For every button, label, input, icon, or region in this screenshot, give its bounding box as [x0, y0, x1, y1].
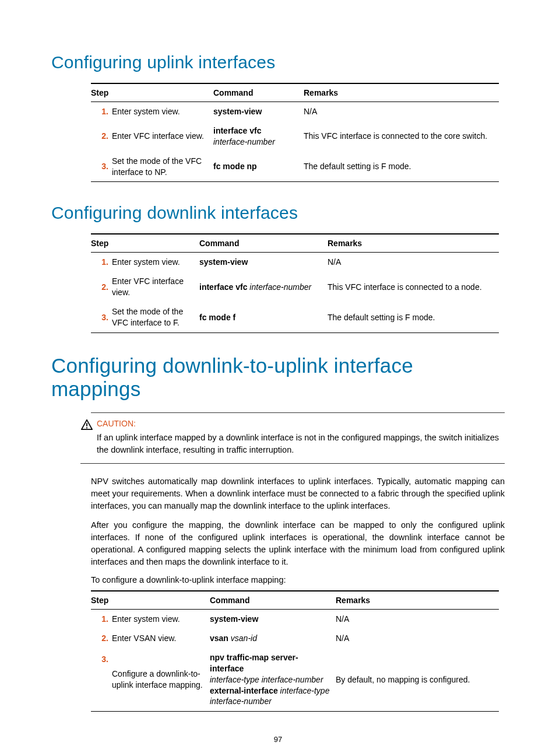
th-step: Step — [91, 234, 199, 253]
step-remark: N/A — [336, 610, 499, 629]
caution-block: CAUTION: If an uplink interface mapped b… — [80, 419, 505, 464]
step-remark: This VFC interface is connected to a nod… — [328, 272, 499, 302]
step-remark: N/A — [304, 102, 499, 121]
step-cmd: interface vfc interface-number — [199, 272, 328, 302]
page-number: 97 — [51, 735, 505, 744]
step-desc: Enter VFC interface view. — [112, 272, 199, 302]
heading-uplink: Configuring uplink interfaces — [51, 52, 505, 72]
step-cmd: interface vfcinterface-number — [213, 121, 304, 152]
step-remark: N/A — [328, 253, 499, 272]
heading-downlink: Configuring downlink interfaces — [51, 203, 505, 223]
step-num: 1. — [91, 253, 112, 272]
svg-point-1 — [86, 427, 87, 428]
step-cmd: npv traffic-map server-interface interfa… — [210, 648, 336, 712]
step-remark: This VFC interface is connected to the c… — [304, 121, 499, 152]
table-downlink: Step Command Remarks 1. Enter system vie… — [91, 233, 499, 332]
step-cmd: system-view — [199, 253, 328, 272]
table-row: 1. Enter system view. system-view N/A — [91, 253, 499, 272]
table-row: 3. Configure a downlink-to-uplink interf… — [91, 648, 499, 712]
step-num: 3. — [91, 302, 112, 332]
step-num: 2. — [91, 121, 112, 152]
lead-sentence: To configure a downlink-to-uplink interf… — [91, 575, 505, 584]
step-cmd: fc mode np — [213, 152, 304, 182]
caution-text: If an uplink interface mapped by a downl… — [97, 432, 505, 456]
table-row: 3. Set the mode of the VFC interface to … — [91, 152, 499, 182]
step-desc: Enter system view. — [112, 610, 210, 629]
step-num: 3. — [91, 648, 112, 712]
caution-triangle-icon — [80, 419, 97, 433]
step-cmd: system-view — [210, 610, 336, 629]
table-row: 2. Enter VFC interface view. interface v… — [91, 272, 499, 302]
step-desc: Enter system view. — [112, 253, 199, 272]
table-row: 2. Enter VSAN view. vsan vsan-id N/A — [91, 629, 499, 648]
th-remarks: Remarks — [304, 83, 499, 102]
step-num: 1. — [91, 610, 112, 629]
step-desc: Configure a downlink-to-uplink interface… — [112, 648, 210, 712]
table-row: 1. Enter system view. system-view N/A — [91, 102, 499, 121]
table-row: 2. Enter VFC interface view. interface v… — [91, 121, 499, 152]
step-desc: Set the mode of the VFC interface to NP. — [112, 152, 213, 182]
caution-title: CAUTION: — [97, 419, 505, 428]
step-remark: N/A — [336, 629, 499, 648]
step-desc: Set the mode of the VFC interface to F. — [112, 302, 199, 332]
step-desc: Enter VSAN view. — [112, 629, 210, 648]
table-row: 1. Enter system view. system-view N/A — [91, 610, 499, 629]
step-num: 1. — [91, 102, 112, 121]
heading-mapping: Configuring downlink-to-uplink interface… — [51, 354, 505, 401]
th-command: Command — [210, 591, 336, 610]
th-remarks: Remarks — [336, 591, 499, 610]
step-num: 2. — [91, 272, 112, 302]
step-cmd: vsan vsan-id — [210, 629, 336, 648]
step-remark: By default, no mapping is configured. — [336, 648, 499, 712]
step-num: 3. — [91, 152, 112, 182]
step-cmd: system-view — [213, 102, 304, 121]
th-command: Command — [213, 83, 304, 102]
table-mapping: Step Command Remarks 1. Enter system vie… — [91, 590, 499, 712]
paragraph: After you configure the mapping, the dow… — [91, 519, 505, 568]
th-command: Command — [199, 234, 328, 253]
th-remarks: Remarks — [328, 234, 499, 253]
table-row: 3. Set the mode of the VFC interface to … — [91, 302, 499, 332]
step-cmd: fc mode f — [199, 302, 328, 332]
th-step: Step — [91, 83, 213, 102]
step-num: 2. — [91, 629, 112, 648]
paragraph: NPV switches automatically map downlink … — [91, 475, 505, 512]
step-remark: The default setting is F mode. — [328, 302, 499, 332]
step-remark: The default setting is F mode. — [304, 152, 499, 182]
table-uplink: Step Command Remarks 1. Enter system vie… — [91, 83, 499, 182]
th-step: Step — [91, 591, 210, 610]
step-desc: Enter VFC interface view. — [112, 121, 213, 152]
step-desc: Enter system view. — [112, 102, 213, 121]
